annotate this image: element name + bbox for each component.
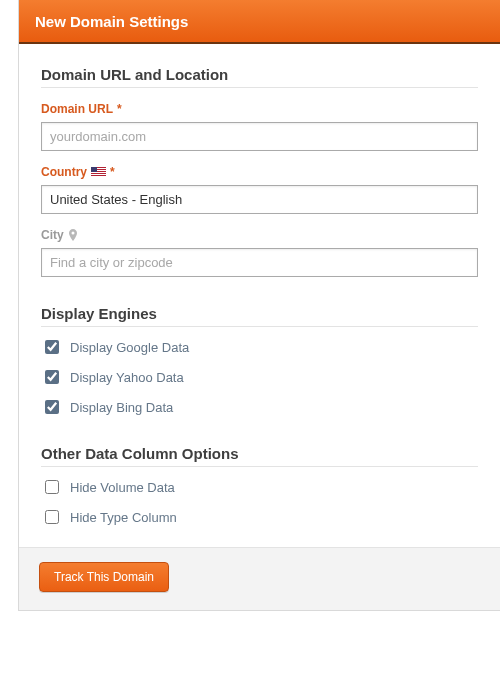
country-label-text: Country: [41, 165, 87, 179]
country-input[interactable]: [41, 185, 478, 214]
checkbox-bing[interactable]: Display Bing Data: [41, 397, 478, 417]
map-pin-icon: [68, 229, 78, 241]
checkbox-hide-volume-input[interactable]: [45, 480, 59, 494]
section-title-engines: Display Engines: [41, 305, 478, 327]
checkbox-google[interactable]: Display Google Data: [41, 337, 478, 357]
section-title-other: Other Data Column Options: [41, 445, 478, 467]
domain-url-label-text: Domain URL: [41, 102, 113, 116]
required-mark: *: [110, 165, 115, 179]
checkbox-google-input[interactable]: [45, 340, 59, 354]
checkbox-google-label: Display Google Data: [70, 340, 189, 355]
checkbox-yahoo[interactable]: Display Yahoo Data: [41, 367, 478, 387]
city-label: City: [41, 228, 478, 242]
checkbox-hide-volume-label: Hide Volume Data: [70, 480, 175, 495]
domain-url-input[interactable]: [41, 122, 478, 151]
checkbox-hide-volume[interactable]: Hide Volume Data: [41, 477, 478, 497]
panel-header: New Domain Settings: [19, 0, 500, 44]
checkbox-yahoo-input[interactable]: [45, 370, 59, 384]
checkbox-hide-type-label: Hide Type Column: [70, 510, 177, 525]
city-input[interactable]: [41, 248, 478, 277]
city-label-text: City: [41, 228, 64, 242]
panel-body: Domain URL and Location Domain URL* Coun…: [19, 44, 500, 547]
checkbox-bing-input[interactable]: [45, 400, 59, 414]
checkbox-hide-type[interactable]: Hide Type Column: [41, 507, 478, 527]
section-title-url: Domain URL and Location: [41, 66, 478, 88]
country-label: Country *: [41, 165, 478, 179]
domain-url-label: Domain URL*: [41, 102, 478, 116]
track-domain-button[interactable]: Track This Domain: [39, 562, 169, 592]
checkbox-hide-type-input[interactable]: [45, 510, 59, 524]
required-mark: *: [117, 102, 122, 116]
checkbox-yahoo-label: Display Yahoo Data: [70, 370, 184, 385]
flag-us-icon: [91, 167, 106, 177]
panel-footer: Track This Domain: [19, 547, 500, 610]
panel-title: New Domain Settings: [35, 13, 188, 30]
checkbox-bing-label: Display Bing Data: [70, 400, 173, 415]
settings-panel: New Domain Settings Domain URL and Locat…: [18, 0, 500, 611]
